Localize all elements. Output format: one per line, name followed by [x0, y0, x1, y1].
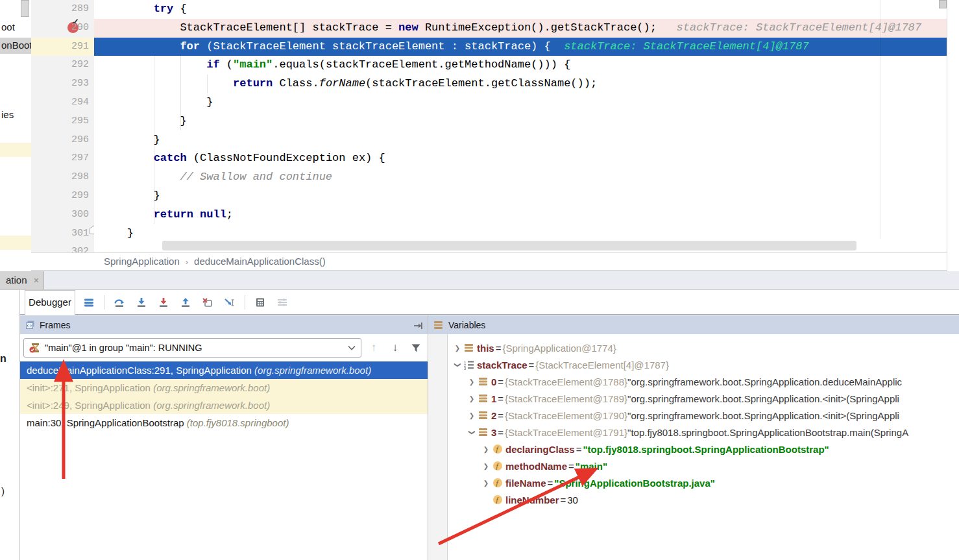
equals-sign: = — [529, 359, 535, 371]
line-number-293[interactable]: 293 — [31, 75, 89, 93]
tree-item-fragment[interactable]: oot — [1, 21, 15, 32]
frame-down-button[interactable]: ↓ — [387, 339, 404, 356]
line-number-290[interactable]: 290 — [31, 19, 89, 38]
vertical-scrollbar-thumb[interactable] — [939, 0, 947, 8]
variable-row-this[interactable]: ❯this = {SpringApplication@1774} — [448, 339, 959, 356]
variable-string-value: "org.springframework.boot.SpringApplicat… — [627, 410, 899, 421]
drop-frame-button[interactable] — [199, 293, 217, 311]
variable-name: fileName — [505, 478, 546, 489]
variable-row-declaringClass[interactable]: ❯fdeclaringClass = "top.fjy8018.springbo… — [448, 441, 959, 457]
step-over-button[interactable] — [110, 293, 128, 311]
filter-frames-button[interactable] — [407, 339, 424, 356]
line-number-300[interactable]: 300 — [31, 206, 89, 225]
hide-panel-icon[interactable] — [413, 321, 422, 332]
tree-scrollbar-fragment[interactable] — [21, 0, 29, 17]
tree-item-fragment[interactable]: n — [0, 353, 6, 365]
frame-row[interactable]: main:30, SpringApplicationBootstrap (top… — [20, 414, 428, 432]
close-icon[interactable]: × — [34, 271, 39, 289]
step-into-button[interactable] — [132, 293, 151, 311]
expand-toggle-icon[interactable]: ❯ — [451, 345, 464, 352]
layout-settings-button[interactable] — [273, 293, 291, 311]
line-number-297[interactable]: 297 — [31, 149, 89, 168]
run-config-tab-label: ation — [6, 274, 27, 286]
line-number-295[interactable]: 295 — [31, 112, 89, 131]
code-editor[interactable]: try { StackTraceElement[] stackTrace = n… — [94, 0, 947, 253]
force-step-into-button[interactable] — [154, 293, 173, 311]
frame-location: main:30, SpringApplicationBootstrap — [27, 417, 187, 428]
expand-toggle-icon[interactable]: ❯ — [480, 480, 492, 487]
equals-sign: = — [498, 410, 504, 421]
line-number-292[interactable]: 292 — [31, 56, 89, 75]
variable-row-1[interactable]: ❯1 = {StackTraceElement@1789} "org.sprin… — [448, 390, 959, 407]
menu-button[interactable] — [80, 293, 98, 311]
frame-up-button[interactable]: ↑ — [365, 339, 382, 356]
variables-tree: ❯this = {SpringApplication@1774}❯123stac… — [448, 334, 959, 560]
variable-row-0[interactable]: ❯0 = {StackTraceElement@1788} "org.sprin… — [448, 373, 959, 390]
horizontal-scrollbar[interactable] — [162, 241, 856, 250]
breadcrumb-method[interactable]: deduceMainApplicationClass() — [194, 256, 326, 267]
expand-toggle-icon[interactable]: ❯ — [480, 446, 492, 453]
frame-row[interactable]: <init>:249, SpringApplication (org.sprin… — [20, 396, 428, 414]
code-line-291: for (StackTraceElement stackTraceElement… — [94, 38, 947, 56]
variable-row-methodName[interactable]: ❯fmethodName = "main" — [448, 457, 959, 474]
code-line-300: return null; — [94, 206, 947, 225]
variable-string-value: "SpringApplicationBootstrap.java" — [554, 478, 715, 489]
variable-row-3[interactable]: ❯3 = {StackTraceElement@1791} "top.fjy80… — [448, 424, 959, 441]
code-line-293: return Class.forName(stackTraceElement.g… — [94, 75, 947, 93]
line-number-294[interactable]: 294 — [31, 93, 89, 112]
line-number-291[interactable]: 291 — [31, 38, 94, 56]
expand-toggle-icon[interactable]: ❯ — [454, 358, 461, 371]
frame-package: (top.fjy8018.springboot) — [187, 417, 289, 428]
step-over-icon — [114, 297, 125, 308]
step-out-icon — [180, 297, 191, 308]
step-out-button[interactable] — [176, 293, 195, 311]
thread-selector-label: "main"@1 in group "main": RUNNING — [45, 343, 343, 353]
tree-item-label: onBoot — [1, 40, 32, 51]
thread-selector-dropdown[interactable]: "main"@1 in group "main": RUNNING — [23, 338, 361, 358]
tree-item-fragment[interactable]: ) — [1, 485, 5, 496]
tab-debugger[interactable]: Debugger — [25, 290, 75, 315]
variable-name: 3 — [491, 427, 496, 438]
run-config-tab[interactable]: ation × — [0, 271, 44, 289]
run-to-cursor-button[interactable] — [221, 293, 239, 311]
expand-toggle-icon[interactable]: ❯ — [465, 412, 478, 419]
svg-text:3: 3 — [464, 367, 466, 370]
code-line-292: if ("main".equals(stackTraceElement.getM… — [94, 56, 947, 75]
expand-toggle-icon[interactable]: ❯ — [480, 463, 492, 470]
frame-location: <init>:249, SpringApplication — [27, 400, 153, 411]
line-number-289[interactable]: 289 — [31, 0, 89, 19]
line-number-296[interactable]: 296 — [31, 131, 89, 150]
tree-item-fragment[interactable]: ies — [1, 109, 14, 120]
code-line-296: } — [94, 131, 947, 150]
variable-name: lineNumber — [505, 494, 559, 505]
frame-row[interactable]: <init>:271, SpringApplication (org.sprin… — [20, 379, 428, 396]
variable-name: 1 — [491, 393, 496, 404]
frame-row[interactable]: deduceMainApplicationClass:291, SpringAp… — [20, 361, 428, 379]
variable-string-value: "top.fjy8018.springboot.SpringApplicatio… — [583, 444, 829, 455]
variable-row-lineNumber[interactable]: flineNumber = 30 — [448, 491, 959, 508]
line-number-298[interactable]: 298 — [31, 168, 89, 187]
variable-name: 0 — [491, 376, 496, 387]
breadcrumb-class[interactable]: SpringApplication — [104, 256, 180, 267]
line-number-299[interactable]: 299 — [31, 187, 89, 206]
toolbar-separator — [245, 295, 245, 310]
tree-item-selected-fragment[interactable]: onBoot — [0, 38, 31, 54]
thread-running-icon — [29, 343, 40, 353]
expand-toggle-icon[interactable]: ❯ — [465, 395, 478, 402]
code-line-290: StackTraceElement[] stackTrace = new Run… — [94, 19, 947, 38]
field-icon: f — [492, 494, 505, 505]
variable-row-stackTrace[interactable]: ❯123stackTrace = {StackTraceElement[4]@1… — [448, 356, 959, 373]
expand-toggle-icon[interactable]: ❯ — [468, 426, 476, 439]
frames-pane-header: Frames — [20, 315, 428, 334]
line-number-301[interactable]: 301 — [31, 225, 89, 243]
object-icon — [478, 376, 491, 387]
variable-name: 2 — [491, 410, 496, 421]
variable-type-ref: {StackTraceElement@1790} — [505, 410, 627, 421]
variable-row-fileName[interactable]: ❯ffileName = "SpringApplicationBootstrap… — [448, 474, 959, 491]
variable-row-2[interactable]: ❯2 = {StackTraceElement@1790} "org.sprin… — [448, 407, 959, 424]
layout-settings-icon — [276, 297, 288, 308]
expand-toggle-icon[interactable]: ❯ — [465, 378, 478, 385]
evaluate-expression-button[interactable] — [251, 293, 269, 311]
equals-sign: = — [576, 444, 582, 455]
editor-gutter[interactable]: ✓ 28929029129229329429529629729829930030… — [31, 0, 95, 253]
